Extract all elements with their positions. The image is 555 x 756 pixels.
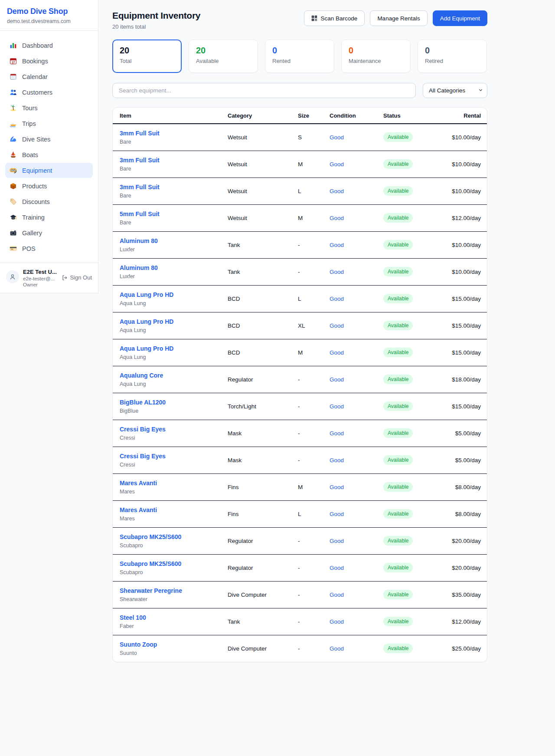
manage-rentals-button[interactable]: Manage Rentals [370,10,427,26]
size-cell: L [291,177,323,204]
category-cell: Fins [221,473,291,500]
item-name-link[interactable]: Mares Avanti [120,480,214,486]
item-brand: Aqua Lung [120,354,214,360]
item-name-link[interactable]: Shearwater Peregrine [120,587,214,594]
rental-cell: $20.00/day [437,527,487,554]
condition-cell: Good [323,151,376,177]
sidebar-item-gallery[interactable]: Gallery [5,225,93,240]
scan-barcode-label: Scan Barcode [321,15,358,22]
condition-link[interactable]: Good [330,645,344,652]
sidebar-item-boats[interactable]: Boats [5,147,93,162]
size-cell: L [291,285,323,312]
sidebar-item-equipment[interactable]: Equipment [5,163,93,178]
sidebar-item-dashboard[interactable]: Dashboard [5,38,93,53]
stat-card-total[interactable]: 20Total [112,39,182,73]
condition-link[interactable]: Good [330,592,344,598]
condition-cell: Good [323,527,376,554]
search-input[interactable] [112,83,416,98]
item-cell: Aqua Lung Pro HDAqua Lung [113,312,221,339]
condition-link[interactable]: Good [330,618,344,625]
rental-cell: $12.00/day [437,608,487,635]
rental-cell: $35.00/day [437,581,487,608]
sign-out-button[interactable]: Sign Out [62,274,92,281]
condition-link[interactable]: Good [330,161,344,168]
condition-link[interactable]: Good [330,322,344,329]
category-cell: Regulator [221,527,291,554]
item-cell: Mares AvantiMares [113,473,221,500]
rental-cell: $18.00/day [437,366,487,393]
condition-link[interactable]: Good [330,538,344,544]
item-name-link[interactable]: Aqualung Core [120,372,214,379]
condition-link[interactable]: Good [330,349,344,356]
filter-row: All Categories [112,83,487,98]
sidebar-item-bookings[interactable]: 17Bookings [5,53,93,69]
condition-link[interactable]: Good [330,134,344,141]
item-name-link[interactable]: 5mm Full Suit [120,210,214,217]
item-name-link[interactable]: Aqua Lung Pro HD [120,318,214,325]
condition-link[interactable]: Good [330,457,344,463]
item-name-link[interactable]: 3mm Full Suit [120,184,214,191]
size-cell: - [291,231,323,258]
item-name-link[interactable]: Aluminum 80 [120,237,214,244]
sidebar-item-calendar[interactable]: Calendar [5,69,93,84]
stat-card-maintenance[interactable]: 0Maintenance [341,39,411,73]
sidebar-item-label: Bookings [22,58,48,65]
sidebar-item-customers[interactable]: Customers [5,85,93,100]
scan-barcode-button[interactable]: Scan Barcode [304,10,365,26]
condition-link[interactable]: Good [330,188,344,194]
table-row: Aqua Lung Pro HDAqua LungBCDXLGoodAvaila… [113,312,487,339]
item-name-link[interactable]: 3mm Full Suit [120,157,214,164]
condition-link[interactable]: Good [330,511,344,517]
item-brand: Mares [120,489,214,495]
condition-link[interactable]: Good [330,296,344,302]
item-name-link[interactable]: Aqua Lung Pro HD [120,291,214,298]
condition-link[interactable]: Good [330,430,344,437]
item-name-link[interactable]: Steel 100 [120,614,214,621]
item-name-link[interactable]: Mares Avanti [120,506,214,513]
table-row: 3mm Full SuitBareWetsuitMGoodAvailable$1… [113,151,487,177]
wave-icon [10,135,17,143]
add-equipment-button[interactable]: Add Equipment [433,10,487,26]
condition-link[interactable]: Good [330,403,344,410]
sidebar-item-discounts[interactable]: Discounts [5,194,93,209]
item-name-link[interactable]: Scubapro MK25/S600 [120,533,214,540]
sidebar-item-dive-sites[interactable]: Dive Sites [5,131,93,147]
item-name-link[interactable]: Scubapro MK25/S600 [120,560,214,567]
sidebar-item-label: Customers [22,89,52,96]
status-badge: Available [383,455,413,465]
item-brand: Suunto [120,650,214,656]
condition-link[interactable]: Good [330,242,344,248]
item-name-link[interactable]: 3mm Full Suit [120,130,214,137]
status-badge: Available [383,159,413,169]
table-row: Aluminum 80LuxferTank-GoodAvailable$10.0… [113,258,487,285]
sidebar-item-products[interactable]: Products [5,178,93,194]
condition-link[interactable]: Good [330,376,344,383]
item-name-link[interactable]: Cressi Big Eyes [120,426,214,433]
item-brand: BigBlue [120,408,214,414]
table-row: 3mm Full SuitBareWetsuitLGoodAvailable$1… [113,177,487,204]
condition-link[interactable]: Good [330,269,344,275]
condition-link[interactable]: Good [330,484,344,490]
category-select[interactable]: All Categories [423,83,487,98]
stat-card-rented[interactable]: 0Rented [265,39,334,73]
item-name-link[interactable]: Aqua Lung Pro HD [120,345,214,352]
stat-card-available[interactable]: 20Available [189,39,258,73]
item-name-link[interactable]: Cressi Big Eyes [120,453,214,460]
condition-link[interactable]: Good [330,215,344,221]
sidebar: Demo Dive Shop demo.test.divestreams.com… [0,0,98,293]
item-name-link[interactable]: Aluminum 80 [120,264,214,271]
item-cell: Cressi Big EyesCressi [113,447,221,473]
size-cell: M [291,204,323,231]
category-cell: Wetsuit [221,151,291,177]
item-name-link[interactable]: Suunto Zoop [120,641,214,648]
sidebar-item-trips[interactable]: Trips [5,116,93,131]
sidebar-item-training[interactable]: Training [5,210,93,225]
item-name-link[interactable]: BigBlue AL1200 [120,399,214,406]
condition-link[interactable]: Good [330,565,344,571]
stat-card-retired[interactable]: 0Retired [418,39,487,73]
sign-out-icon [62,275,68,281]
stats-row: 20Total20Available0Rented0Maintenance0Re… [112,39,487,73]
sidebar-item-tours[interactable]: Tours [5,100,93,115]
sidebar-item-pos[interactable]: POS [5,241,93,256]
person-icon [9,273,16,280]
